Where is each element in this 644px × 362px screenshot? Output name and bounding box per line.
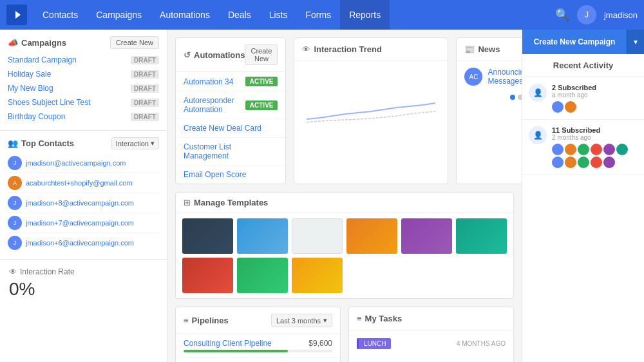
nav-username: jmadison <box>604 10 638 20</box>
refresh-icon: ↺ <box>184 50 191 60</box>
news-icon: 📰 <box>464 44 475 54</box>
contact-email[interactable]: jmadison+8@activecampaign.com <box>26 199 134 207</box>
contact-row: A acaburchtest+shopify@gmail.com <box>8 173 159 193</box>
automation-link[interactable]: Email Open Score <box>176 166 285 184</box>
contact-avatar: J <box>8 196 22 210</box>
activity-time: a month ago <box>552 91 596 99</box>
template-thumb[interactable] <box>346 218 397 254</box>
campaign-name[interactable]: Shoes Subject Line Test <box>8 98 91 107</box>
pipeline-name[interactable]: Consulting Client Pipeline <box>184 339 272 348</box>
contacts-filter-dropdown[interactable]: Interaction ▾ <box>111 137 159 149</box>
contact-row: J jmadison@activecampaign.com <box>8 153 159 173</box>
manage-templates-title: Manage Templates <box>194 198 268 207</box>
top-contacts-title: 👥 Top Contacts <box>8 138 74 148</box>
campaign-status-badge: DRAFT <box>131 70 159 79</box>
top-contacts-section: 👥 Top Contacts Interaction ▾ J jmadison@… <box>0 131 167 260</box>
automations-card: ↺ Automations Create New Automation 34 A… <box>175 37 286 184</box>
activity-item: 👤 11 Subscribed 2 months ago <box>522 120 644 175</box>
nav-item-lists[interactable]: Lists <box>260 0 297 30</box>
campaign-name[interactable]: Standard Campaign <box>8 55 77 64</box>
user-avatar[interactable]: J <box>577 5 596 24</box>
news-card: 📰 News AC Announcing Site Messages <box>456 37 522 184</box>
automation-link[interactable]: Create New Deal Card <box>176 119 285 138</box>
campaign-row: Standard Campaign DRAFT <box>8 53 159 67</box>
chevron-down-icon: ▾ <box>151 139 155 148</box>
activity-item: 👤 2 Subscribed a month ago <box>522 77 644 120</box>
campaigns-title: 📣 Campaigns <box>8 38 66 48</box>
news-avatar: AC <box>464 68 482 86</box>
news-title: News <box>478 44 500 54</box>
news-dot-active <box>510 95 515 100</box>
nav-item-automations[interactable]: Automations <box>151 0 219 30</box>
create-campaign-button[interactable]: Create New Campaign <box>522 30 627 54</box>
news-link[interactable]: Announcing Site Messages <box>488 68 522 86</box>
contact-email[interactable]: jmadison+7@activecampaign.com <box>26 219 134 227</box>
campaign-row: Shoes Subject Line Test DRAFT <box>8 95 159 110</box>
mini-avatar <box>552 101 564 113</box>
contact-email[interactable]: jmadison@activecampaign.com <box>26 159 126 167</box>
contact-email[interactable]: acaburchtest+shopify@gmail.com <box>26 179 133 187</box>
template-thumb[interactable] <box>182 258 233 293</box>
activity-icon: 👤 <box>529 126 547 144</box>
mini-avatar <box>591 157 602 168</box>
contact-row: J jmadison+8@activecampaign.com <box>8 193 159 213</box>
template-thumb[interactable] <box>292 218 343 254</box>
automation-row: Autoresponder Automation ACTIVE <box>176 91 285 119</box>
campaign-status-badge: DRAFT <box>131 56 159 64</box>
mini-avatar <box>565 157 576 168</box>
campaigns-create-button[interactable]: Create New <box>110 36 159 49</box>
contact-avatar: A <box>8 176 22 190</box>
template-thumb[interactable] <box>292 258 343 293</box>
tasks-icon: ≡ <box>357 314 362 323</box>
campaign-name[interactable]: Holiday Sale <box>8 70 51 79</box>
nav-item-reports[interactable]: Reports <box>340 0 390 30</box>
mini-avatar <box>552 144 564 155</box>
contact-avatar: J <box>8 156 22 170</box>
pipeline-icon: ≡ <box>184 316 189 325</box>
template-thumb[interactable] <box>237 218 288 254</box>
nav-item-forms[interactable]: Forms <box>297 0 341 30</box>
automation-name[interactable]: Automation 34 <box>184 77 233 86</box>
nav-item-deals[interactable]: Deals <box>219 0 260 30</box>
templates-icon: ⊞ <box>184 198 191 207</box>
contact-row: J jmadison+6@activecampaign.com <box>8 233 159 252</box>
interaction-rate-label: 👁 Interaction Rate <box>9 267 158 276</box>
automation-row: Automation 34 ACTIVE <box>176 72 285 91</box>
interaction-rate-value: 0% <box>9 279 158 300</box>
nav-item-contacts[interactable]: Contacts <box>33 0 87 30</box>
campaign-row: Holiday Sale DRAFT <box>8 67 159 81</box>
automations-create-button[interactable]: Create New <box>245 44 278 65</box>
search-icon[interactable]: 🔍 <box>555 8 569 22</box>
mini-avatar <box>578 144 589 155</box>
template-thumb[interactable] <box>401 218 452 254</box>
recent-activity-title: Recent Activity <box>522 54 644 77</box>
campaign-status-badge: DRAFT <box>131 113 159 121</box>
top-nav: Contacts Campaigns Automations Deals Lis… <box>0 0 644 30</box>
create-campaign-dropdown-button[interactable]: ▾ <box>627 30 644 54</box>
activity-time: 2 months ago <box>552 134 636 141</box>
trend-chart <box>307 81 435 132</box>
template-thumb[interactable] <box>456 218 507 254</box>
lunch-badge: LUNCH <box>357 338 391 349</box>
megaphone-icon: 📣 <box>8 38 18 48</box>
trend-icon: 👁 <box>302 44 310 54</box>
active-badge: ACTIVE <box>245 77 278 86</box>
campaign-row: My New Blog DRAFT <box>8 81 159 95</box>
center-panel: ↺ Automations Create New Automation 34 A… <box>167 30 522 362</box>
contact-email[interactable]: jmadison+6@activecampaign.com <box>26 239 134 247</box>
automation-link[interactable]: Customer List Management <box>176 138 285 166</box>
nav-item-campaigns[interactable]: Campaigns <box>87 0 151 30</box>
activity-icon: 👤 <box>529 84 547 102</box>
period-select[interactable]: Last 3 months ▾ <box>271 314 332 327</box>
template-thumb[interactable] <box>237 258 288 293</box>
template-thumb[interactable] <box>182 218 233 254</box>
interaction-trend-title: Interaction Trend <box>314 44 381 54</box>
campaign-name[interactable]: Birthday Coupon <box>8 112 65 121</box>
activity-subscribed-count: 2 Subscribed <box>552 84 596 91</box>
campaign-name[interactable]: My New Blog <box>8 84 53 93</box>
active-badge: ACTIVE <box>245 100 278 110</box>
pipeline-value: $9,600 <box>308 339 332 348</box>
automation-name[interactable]: Autoresponder Automation <box>184 96 245 114</box>
mini-avatar <box>565 101 576 113</box>
nav-logo[interactable] <box>6 5 27 25</box>
